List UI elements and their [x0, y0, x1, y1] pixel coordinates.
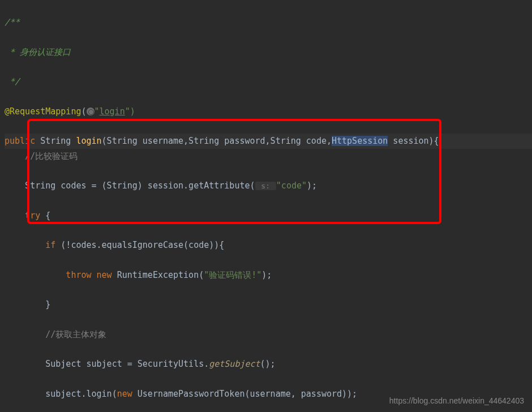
code-line: try { [5, 208, 532, 223]
code-line: } [5, 297, 532, 312]
param-hint: s: [255, 182, 276, 190]
code-line-current: public String login(String username,Stri… [5, 134, 532, 148]
line-comment: //比较验证码 [5, 151, 78, 161]
globe-icon [87, 108, 95, 115]
code-line: Subject subject = SecurityUtils.getSubje… [5, 357, 532, 371]
code-line: if (!codes.equalsIgnoreCase(code)){ [5, 238, 532, 252]
code-line: //获取主体对象 [5, 327, 532, 342]
code-editor[interactable]: /** * 身份认证接口 */ @RequestMapping("login")… [0, 0, 532, 412]
code-line: @RequestMapping("login") [5, 104, 532, 119]
line-comment: //获取主体对象 [5, 329, 106, 340]
watermark: https://blog.csdn.net/weixin_44642403 [389, 394, 524, 408]
code-line: throw new RuntimeException("验证码错误!"); [5, 268, 532, 282]
mapping-link[interactable]: login [100, 106, 125, 117]
code-line: //比较验证码 [5, 149, 532, 164]
annotation: @RequestMapping [5, 106, 81, 117]
code-line: String codes = (String) session.getAttri… [5, 178, 532, 193]
doc-comment-end: */ [5, 76, 20, 87]
method-name: login [76, 136, 101, 146]
code-line: /** [5, 15, 532, 29]
code-line: * 身份认证接口 [5, 45, 532, 59]
code-line: */ [5, 74, 532, 89]
doc-comment-start: /** [5, 17, 20, 27]
doc-comment-line: * 身份认证接口 [5, 47, 71, 57]
type-highlight: HttpSession [332, 136, 388, 146]
